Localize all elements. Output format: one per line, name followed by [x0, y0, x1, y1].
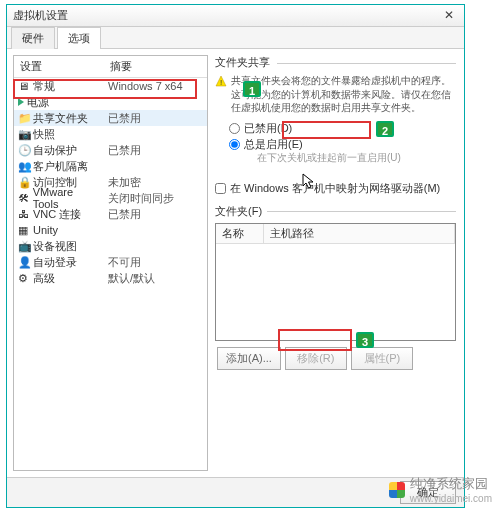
folder-buttons: 添加(A)... 移除(R) 属性(P) [215, 347, 456, 370]
deviceview-icon: 📺 [18, 240, 30, 252]
power-icon [18, 98, 24, 106]
tab-options[interactable]: 选项 [57, 27, 101, 49]
folders-list[interactable]: 名称 主机路径 [215, 223, 456, 341]
properties-button: 属性(P) [351, 347, 413, 370]
list-item[interactable]: 🕒自动保护已禁用 [14, 142, 207, 158]
isolation-icon: 👥 [18, 160, 30, 172]
vnc-icon: 🖧 [18, 208, 30, 220]
group-folders: 文件夹(F) [215, 204, 456, 219]
vmtools-icon: 🛠 [18, 192, 30, 204]
sharing-description: ! 共享文件夹会将您的文件暴露给虚拟机中的程序。这可能为您的计算机和数据带来风险… [215, 74, 456, 115]
list-item[interactable]: 📷快照 [14, 126, 207, 142]
radio-disabled[interactable]: 已禁用(D) [229, 121, 456, 137]
title-bar: 虚拟机设置 ✕ [7, 5, 464, 27]
sharing-radios: 已禁用(D) 总是启用(E) 在下次关机或挂起前一直启用(U) [215, 121, 456, 173]
list-item[interactable]: ▦Unity [14, 222, 207, 238]
list-item[interactable]: 👥客户机隔离 [14, 158, 207, 174]
list-item-shared-folders[interactable]: 📁共享文件夹已禁用 [14, 110, 207, 126]
autologin-icon: 👤 [18, 256, 30, 268]
unity-icon: ▦ [18, 224, 30, 236]
folders-list-header: 名称 主机路径 [216, 224, 455, 244]
tabs: 硬件 选项 [7, 27, 464, 49]
close-icon[interactable]: ✕ [440, 8, 458, 24]
dialog-footer: 确定 [7, 477, 464, 507]
list-item[interactable]: ⚙高级默认/默认 [14, 270, 207, 286]
list-item[interactable]: 🖥常规Windows 7 x64 [14, 78, 207, 94]
col-hostpath: 主机路径 [264, 224, 455, 243]
radio-until-poweroff: 在下次关机或挂起前一直启用(U) [229, 151, 456, 165]
col-name: 名称 [216, 224, 264, 243]
autoprotect-icon: 🕒 [18, 144, 30, 156]
advanced-icon: ⚙ [18, 272, 30, 284]
tab-hardware[interactable]: 硬件 [11, 27, 55, 49]
snapshot-icon: 📷 [18, 128, 30, 140]
col-settings: 设置 [14, 56, 104, 77]
folder-icon: 📁 [18, 112, 30, 124]
list-header: 设置 摘要 [14, 56, 207, 78]
remove-button: 移除(R) [285, 347, 347, 370]
list-item[interactable]: 电源 [14, 94, 207, 110]
general-icon: 🖥 [18, 80, 30, 92]
col-summary: 摘要 [104, 56, 207, 77]
list-item[interactable]: 👤自动登录不可用 [14, 254, 207, 270]
right-panel: 文件夹共享 ! 共享文件夹会将您的文件暴露给虚拟机中的程序。这可能为您的计算机和… [211, 49, 464, 477]
warning-icon: ! [215, 75, 227, 87]
list-item[interactable]: 📺设备视图 [14, 238, 207, 254]
list-item[interactable]: 🛠VMware Tools关闭时间同步 [14, 190, 207, 206]
settings-dialog: 虚拟机设置 ✕ 硬件 选项 设置 摘要 🖥常规Windows 7 x64 电源 … [6, 4, 465, 508]
settings-list: 设置 摘要 🖥常规Windows 7 x64 电源 📁共享文件夹已禁用 📷快照 … [13, 55, 208, 471]
dialog-body: 设置 摘要 🖥常规Windows 7 x64 电源 📁共享文件夹已禁用 📷快照 … [7, 49, 464, 477]
window-title: 虚拟机设置 [13, 8, 440, 23]
list-item[interactable]: 🖧VNC 连接已禁用 [14, 206, 207, 222]
checkbox-map-drive[interactable]: 在 Windows 客户机中映射为网络驱动器(M) [215, 181, 456, 196]
group-folder-sharing: 文件夹共享 [215, 55, 456, 70]
add-button[interactable]: 添加(A)... [217, 347, 281, 370]
ok-button[interactable]: 确定 [400, 481, 456, 504]
svg-text:!: ! [220, 78, 222, 87]
